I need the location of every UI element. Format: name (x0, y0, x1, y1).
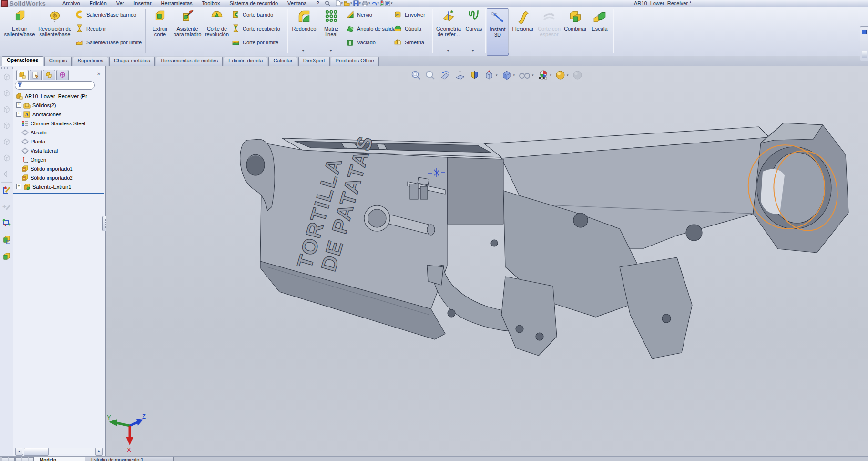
redondeo-dropdown[interactable]: ▾ (302, 49, 304, 53)
revolve-mini-icon[interactable] (1, 252, 12, 262)
instant-3d-button[interactable]: Instant 3D (487, 8, 509, 56)
save-button[interactable]: ▾ (353, 0, 361, 6)
combinar-button[interactable]: Combinar (562, 8, 588, 55)
graphics-area[interactable]: ▾ ▾ ▾ ▾ ▾ (106, 66, 868, 456)
tab-operaciones[interactable]: Operaciones (2, 56, 43, 66)
tree-root[interactable]: AR10_Lower_Receiver (Pr (13, 92, 105, 101)
cupula-button[interactable]: Cúpula (394, 23, 425, 34)
menu-ver[interactable]: Ver (112, 0, 129, 6)
flexionar-button[interactable]: Flexionar (510, 8, 536, 55)
menu-herramientas[interactable]: Herramientas (156, 0, 197, 6)
propertymanager-tab[interactable] (30, 70, 42, 80)
tab-chapa-metalica[interactable]: Chapa metálica (109, 57, 155, 66)
tree-item-anotaciones[interactable]: + A Anotaciones (13, 110, 105, 119)
sketch-3d-icon[interactable]: ✚ (1, 202, 12, 213)
corte-barrido-button[interactable]: Corte barrido (232, 9, 280, 20)
tab-superficies[interactable]: Superficies (73, 57, 108, 66)
tree-filter[interactable] (15, 81, 95, 90)
sketch-entities-icon[interactable] (1, 217, 12, 228)
menu-toolbox[interactable]: Toolbox (197, 0, 225, 6)
tree-item-material[interactable]: Chrome Stainless Steel (13, 119, 105, 128)
tab-productos-office[interactable]: Productos Office (331, 57, 379, 66)
scroll-left-button[interactable]: ◄ (15, 448, 23, 456)
view-cube-icon-6[interactable] (1, 153, 12, 163)
expand-toggle[interactable]: + (16, 102, 21, 108)
featuremanager-tree-tab[interactable] (16, 70, 29, 80)
tab-estudio-movimiento[interactable]: Estudio de movimiento 1 (85, 457, 174, 461)
tab-croquis[interactable]: Croquis (44, 57, 72, 66)
corte-revolucion-button[interactable]: Corte de revolución (202, 8, 232, 55)
view-cube-icon-1[interactable] (1, 72, 12, 82)
options-button[interactable]: ▾ (385, 1, 393, 6)
expand-toggle[interactable]: + (16, 112, 21, 117)
dimxpertmanager-tab[interactable] (56, 70, 69, 80)
escala-button[interactable]: Escala (589, 8, 610, 55)
tab-scroll-last[interactable] (22, 457, 28, 461)
panel-overflow-chevron[interactable]: » (97, 71, 100, 76)
nervio-button[interactable]: Nervio (346, 9, 396, 20)
menu-insertar[interactable]: Insertar (129, 0, 156, 6)
simetria-button[interactable]: Simetría (394, 37, 425, 48)
tab-edicion-directa[interactable]: Edición directa (224, 57, 267, 66)
saliente-base-por-limite-button[interactable]: Saliente/Base por límite (75, 37, 142, 48)
tab-scroll-next[interactable] (15, 457, 21, 461)
open-button[interactable]: ▾ (344, 1, 352, 6)
tab-modelo[interactable]: Modelo (33, 457, 86, 461)
vaciado-button[interactable]: Vaciado (346, 37, 396, 48)
tree-item-alzado[interactable]: Alzado (13, 128, 105, 137)
menu-edicion[interactable]: Edición (85, 0, 112, 6)
tree-item-solidos[interactable]: + Sólidos(2) (13, 101, 105, 110)
tab-calcular[interactable]: Calcular (268, 57, 297, 66)
matriz-lineal-button[interactable]: Matriz lineal (319, 8, 343, 55)
menu-sistema-recorrido[interactable]: Sistema de recorrido (225, 0, 283, 6)
geometria-referencia-button[interactable]: ✱ Geometría de refer... (434, 8, 463, 55)
asistente-taladro-button[interactable]: ✱✱ Asistente para taladro (173, 8, 202, 55)
tab-scroll-first[interactable] (2, 457, 8, 461)
saliente-base-barrido-button[interactable]: Saliente/Base barrido (75, 9, 142, 20)
view-cube-icon-2[interactable] (1, 88, 12, 98)
new-document-button[interactable]: ▾ (336, 0, 343, 6)
tree-item-solido-importado1[interactable]: Sólido importado1 (13, 164, 105, 173)
tree-item-origen[interactable]: Origen (13, 155, 105, 164)
extruir-corte-button[interactable]: Extruir corte (148, 8, 173, 55)
scroll-thumb[interactable] (24, 448, 49, 456)
print-button[interactable]: ▾ (362, 1, 370, 6)
rollback-bar[interactable] (13, 193, 104, 194)
extruir-saliente-base-button[interactable]: Extruir saliente/base (4, 8, 35, 55)
view-cube-icon-5[interactable] (1, 136, 12, 147)
redondeo-button[interactable]: Redondeo (289, 8, 319, 55)
revolucion-saliente-base-button[interactable]: Revolución de saliente/base (37, 8, 72, 55)
tab-herramientas-de-moldes[interactable]: Herramientas de moldes (156, 57, 223, 66)
geometria-referencia-dropdown[interactable]: ▾ (447, 49, 449, 53)
angulo-de-salida-button[interactable]: Ángulo de salida (346, 23, 396, 34)
tab-scroll-prev[interactable] (9, 457, 15, 461)
configurationmanager-tab[interactable] (43, 70, 55, 80)
envolver-button[interactable]: cd Envolver (394, 9, 425, 20)
undo-button[interactable]: ▾ (371, 1, 379, 6)
matriz-lineal-dropdown[interactable]: ▾ (330, 49, 332, 53)
scroll-right-button[interactable]: ► (95, 448, 103, 456)
menu-archivo[interactable]: Archivo (58, 0, 85, 6)
isometric-cube-icon[interactable] (1, 169, 12, 179)
filter-input[interactable] (22, 82, 86, 89)
corte-con-espesor-button[interactable]: Corte con espesor (537, 8, 562, 55)
corte-recubierto-button[interactable]: Corte recubierto (232, 23, 280, 34)
menu-ayuda[interactable]: ? (311, 0, 324, 6)
view-cube-icon-3[interactable] (1, 104, 12, 114)
tab-dimxpert[interactable]: DimXpert (298, 57, 330, 66)
menu-ventana[interactable]: Ventana (283, 0, 311, 6)
corte-por-limite-button[interactable]: Corte por límite (232, 37, 280, 48)
task-pane-tab[interactable] (860, 26, 868, 61)
tree-item-solido-importado2[interactable]: Sólido importado2 (13, 173, 105, 182)
curvas-button[interactable]: Curvas (463, 8, 484, 55)
rebuild-button[interactable] (380, 0, 384, 6)
tree-item-planta[interactable]: Planta (13, 137, 105, 146)
recubrir-button[interactable]: Recubrir (75, 23, 142, 34)
expand-toggle[interactable]: + (16, 184, 21, 189)
sketch-icon[interactable]: ✱ (1, 185, 12, 195)
curvas-dropdown[interactable]: ▾ (472, 49, 474, 53)
tree-item-vista-lateral[interactable]: Vista lateral (13, 146, 105, 155)
search-icon[interactable] (325, 0, 330, 6)
tree-item-saliente-extruir1[interactable]: + Saliente-Extruir1 (13, 182, 105, 191)
extrude-mini-icon[interactable] (1, 235, 12, 245)
